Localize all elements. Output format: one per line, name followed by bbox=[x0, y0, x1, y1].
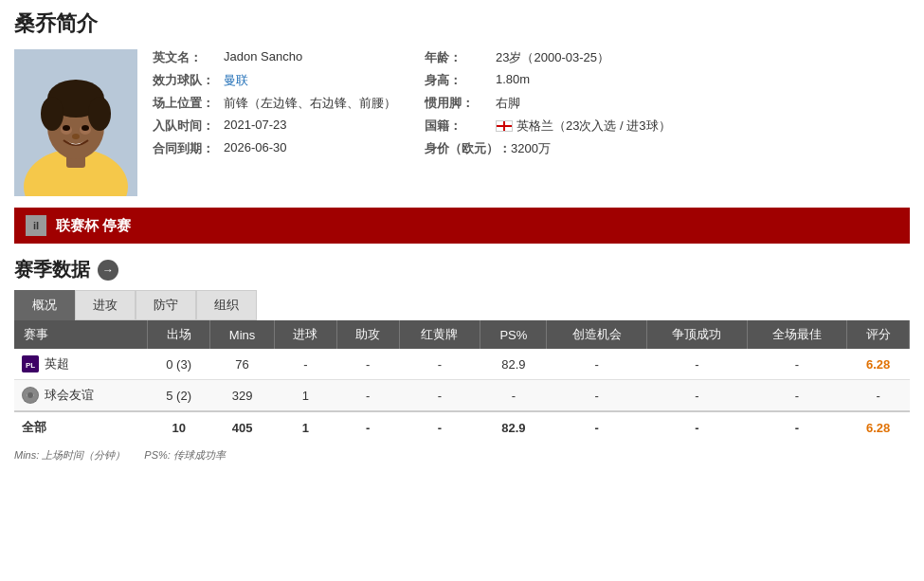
info-row-height: 身高： 1.80m bbox=[425, 72, 671, 89]
status-text: 联赛杯 停赛 bbox=[56, 217, 131, 235]
profile-section: 英文名： Jadon Sancho 效力球队： 曼联 场上位置： 前锋（左边锋、… bbox=[14, 49, 910, 196]
cell-motm-friendly: - bbox=[747, 380, 847, 412]
cell-mins-friendly: 329 bbox=[210, 380, 275, 412]
club-value: 曼联 bbox=[224, 72, 248, 89]
cell-total-chances: - bbox=[547, 411, 647, 443]
col-rating: 评分 bbox=[847, 320, 910, 349]
cell-goals-friendly: 1 bbox=[275, 380, 337, 412]
nationality-value: 英格兰（23次入选 / 进3球） bbox=[496, 118, 671, 135]
club-label: 效力球队： bbox=[153, 72, 224, 89]
cell-cards-friendly: - bbox=[399, 380, 480, 412]
cell-total-apps: 10 bbox=[148, 411, 210, 443]
season-header: 赛季数据 → bbox=[14, 257, 910, 282]
col-league: 赛事 bbox=[14, 320, 148, 349]
info-row-join: 入队时间： 2021-07-23 bbox=[153, 118, 396, 135]
tab-defense[interactable]: 防守 bbox=[136, 290, 196, 320]
cell-rating-pl: 6.28 bbox=[847, 349, 910, 380]
cell-total-aerial: - bbox=[647, 411, 748, 443]
value-label: 身价（欧元）： bbox=[425, 140, 511, 157]
tab-bar: 概况 进攻 防守 组织 bbox=[14, 290, 910, 320]
table-row: 球会友谊 5 (2) 329 1 - - - - - - - bbox=[14, 380, 910, 412]
svg-point-6 bbox=[88, 97, 111, 131]
cell-aerial-pl: - bbox=[647, 349, 748, 380]
info-row-foot: 惯用脚： 右脚 bbox=[425, 95, 671, 112]
season-title: 赛季数据 bbox=[14, 257, 90, 282]
col-aerial: 争顶成功 bbox=[647, 320, 748, 349]
svg-point-5 bbox=[41, 97, 63, 131]
tab-attack[interactable]: 进攻 bbox=[75, 290, 136, 320]
info-col-left: 英文名： Jadon Sancho 效力球队： 曼联 场上位置： 前锋（左边锋、… bbox=[153, 49, 396, 196]
page-container: 桑乔简介 bbox=[0, 0, 924, 472]
col-assists: 助攻 bbox=[336, 320, 399, 349]
foot-value: 右脚 bbox=[496, 95, 520, 112]
foot-label: 惯用脚： bbox=[425, 95, 496, 112]
season-arrow[interactable]: → bbox=[98, 260, 118, 281]
info-row-nationality: 国籍： 英格兰（23次入选 / 进3球） bbox=[425, 118, 671, 135]
cell-chances-friendly: - bbox=[547, 380, 647, 412]
info-row-club: 效力球队： 曼联 bbox=[153, 72, 396, 89]
cell-total-rating: 6.28 bbox=[847, 411, 910, 443]
join-value: 2021-07-23 bbox=[224, 118, 287, 132]
info-row-name: 英文名： Jadon Sancho bbox=[153, 49, 396, 66]
info-col-right: 年龄： 23岁（2000-03-25） 身高： 1.80m 惯用脚： 右脚 国籍… bbox=[425, 49, 671, 196]
friendly-icon bbox=[22, 387, 39, 404]
table-row: PL 英超 0 (3) 76 - - - 82.9 - - - 6.28 bbox=[14, 349, 910, 380]
svg-point-11 bbox=[72, 134, 80, 139]
col-cards: 红黄牌 bbox=[399, 320, 480, 349]
english-name-value: Jadon Sancho bbox=[224, 49, 302, 64]
cell-assists-friendly: - bbox=[336, 380, 399, 412]
status-icon: iI bbox=[26, 215, 46, 236]
cell-total-mins: 405 bbox=[210, 411, 275, 443]
cell-goals-pl: - bbox=[275, 349, 337, 380]
cell-apps-pl: 0 (3) bbox=[148, 349, 210, 380]
cell-aerial-friendly: - bbox=[647, 380, 748, 412]
age-value: 23岁（2000-03-25） bbox=[496, 49, 609, 66]
footnote-mins: Mins: 上场时间（分钟） bbox=[14, 448, 125, 463]
info-row-age: 年龄： 23岁（2000-03-25） bbox=[425, 49, 671, 66]
profile-info: 英文名： Jadon Sancho 效力球队： 曼联 场上位置： 前锋（左边锋、… bbox=[153, 49, 910, 196]
cell-league-friendly: 球会友谊 bbox=[14, 380, 148, 412]
league-name-friendly: 球会友谊 bbox=[45, 387, 94, 404]
age-label: 年龄： bbox=[425, 49, 496, 66]
contract-label: 合同到期： bbox=[153, 140, 224, 157]
info-row-contract: 合同到期： 2026-06-30 bbox=[153, 140, 396, 157]
cell-motm-pl: - bbox=[747, 349, 847, 380]
col-chances: 创造机会 bbox=[547, 320, 647, 349]
footnote-ps: PS%: 传球成功率 bbox=[144, 448, 226, 463]
position-value: 前锋（左边锋、右边锋、前腰） bbox=[224, 95, 396, 112]
tab-organization[interactable]: 组织 bbox=[196, 290, 257, 320]
cell-chances-pl: - bbox=[547, 349, 647, 380]
value-value: 3200万 bbox=[511, 140, 551, 157]
svg-text:PL: PL bbox=[26, 361, 35, 370]
svg-point-9 bbox=[63, 125, 70, 131]
col-apps: 出场 bbox=[148, 320, 210, 349]
pl-icon: PL bbox=[22, 355, 39, 372]
info-row-value: 身价（欧元）： 3200万 bbox=[425, 140, 671, 157]
svg-point-15 bbox=[27, 392, 33, 398]
cell-mins-pl: 76 bbox=[210, 349, 275, 380]
col-mins: Mins bbox=[210, 320, 275, 349]
cell-rating-friendly: - bbox=[847, 380, 910, 412]
league-name-pl: 英超 bbox=[45, 355, 69, 372]
cell-total-label: 全部 bbox=[14, 411, 148, 443]
contract-value: 2026-06-30 bbox=[224, 140, 287, 154]
col-goals: 进球 bbox=[275, 320, 337, 349]
nationality-text: 英格兰（23次入选 / 进3球） bbox=[516, 118, 671, 135]
position-label: 场上位置： bbox=[153, 95, 224, 112]
cell-league: PL 英超 bbox=[14, 349, 148, 380]
flag-container: 英格兰（23次入选 / 进3球） bbox=[496, 118, 671, 135]
england-flag-icon bbox=[496, 120, 513, 132]
cell-ps-pl: 82.9 bbox=[480, 349, 547, 380]
table-total-row: 全部 10 405 1 - - 82.9 - - - 6.28 bbox=[14, 411, 910, 443]
club-link[interactable]: 曼联 bbox=[224, 73, 248, 87]
cell-total-assists: - bbox=[336, 411, 399, 443]
english-name-label: 英文名： bbox=[153, 49, 224, 66]
nationality-label: 国籍： bbox=[425, 118, 496, 135]
footnotes: Mins: 上场时间（分钟） PS%: 传球成功率 bbox=[14, 448, 910, 463]
info-row-position: 场上位置： 前锋（左边锋、右边锋、前腰） bbox=[153, 95, 396, 112]
join-label: 入队时间： bbox=[153, 118, 224, 135]
height-label: 身高： bbox=[425, 72, 496, 89]
cell-cards-pl: - bbox=[399, 349, 480, 380]
tab-overview[interactable]: 概况 bbox=[14, 290, 75, 320]
cell-assists-pl: - bbox=[336, 349, 399, 380]
